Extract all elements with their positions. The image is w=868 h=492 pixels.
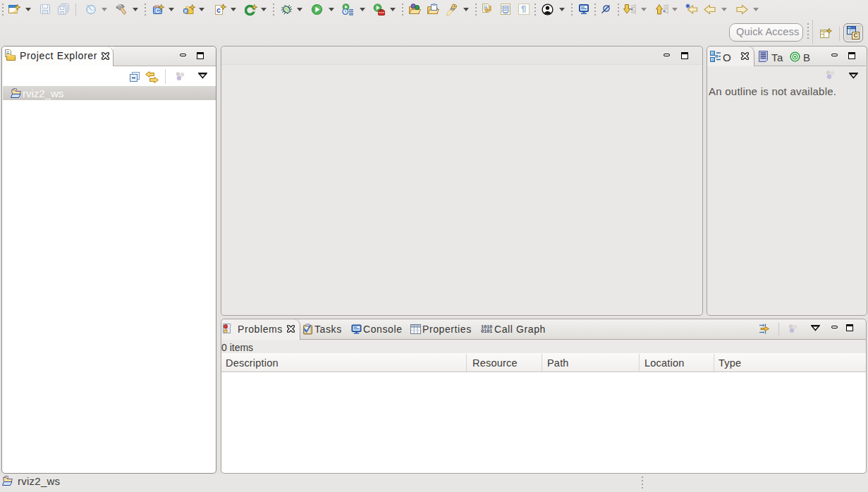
svg-text:C: C (854, 32, 858, 39)
svg-text:c: c (185, 8, 188, 13)
svg-text:c: c (216, 6, 221, 14)
